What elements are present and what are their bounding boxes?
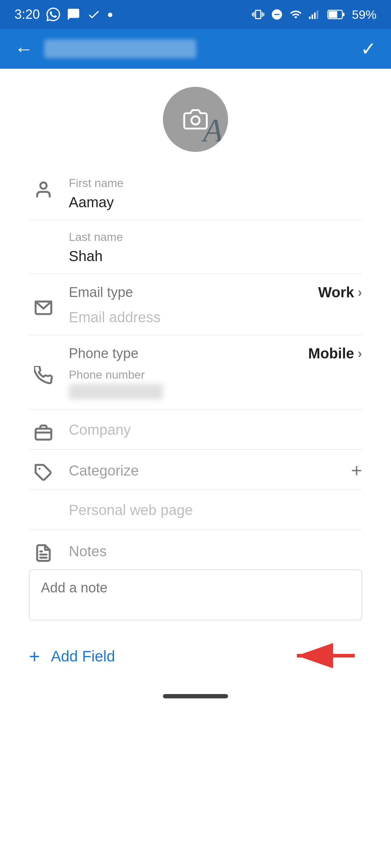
svg-point-7 xyxy=(192,116,200,125)
back-button[interactable]: ← xyxy=(14,38,33,60)
company-row: Company xyxy=(29,409,362,450)
last-name-content: Last name Shah xyxy=(58,230,362,267)
whatsapp-icon xyxy=(46,8,60,21)
email-type-chevron: › xyxy=(358,285,362,300)
notes-textarea[interactable] xyxy=(29,570,362,620)
email-address-field[interactable]: Email address xyxy=(69,307,362,328)
web-page-row: Personal web page xyxy=(29,490,362,530)
svg-rect-5 xyxy=(329,11,337,18)
briefcase-icon xyxy=(29,420,58,442)
web-page-content: Personal web page xyxy=(58,500,362,520)
company-field[interactable]: Company xyxy=(69,420,362,440)
battery-percent: 59% xyxy=(352,8,377,22)
first-name-label: First name xyxy=(69,176,362,190)
tag-icon xyxy=(29,460,58,482)
red-arrow-annotation xyxy=(290,641,362,672)
phone-type-selected: Mobile xyxy=(308,345,354,362)
contact-name-title xyxy=(44,39,196,58)
email-type-content: Email type Work › Email address xyxy=(58,284,362,328)
categorize-row-inner: Categorize + xyxy=(69,460,362,481)
chat-icon xyxy=(67,8,80,21)
company-content: Company xyxy=(58,420,362,440)
save-check-button[interactable]: ✓ xyxy=(361,38,377,60)
svg-rect-6 xyxy=(342,13,344,16)
last-name-row: Last name Shah xyxy=(29,220,362,274)
first-name-row: First name Aamay xyxy=(29,166,362,220)
notes-icon xyxy=(29,540,58,562)
email-type-value-row[interactable]: Work › xyxy=(318,284,362,301)
first-name-value[interactable]: Aamay xyxy=(69,192,362,213)
signal-icon xyxy=(308,8,321,21)
notes-label-area: Notes xyxy=(58,543,107,559)
phone-type-label: Phone type xyxy=(69,346,138,361)
check-icon xyxy=(87,8,101,21)
last-name-label: Last name xyxy=(69,230,362,244)
categorize-content: Categorize + xyxy=(58,460,362,481)
email-icon xyxy=(29,295,58,317)
svg-rect-10 xyxy=(35,429,51,439)
phone-type-selector-row[interactable]: Phone type Mobile › xyxy=(69,345,362,362)
phone-type-content: Phone type Mobile › Phone number xyxy=(58,345,362,402)
phone-type-value-row[interactable]: Mobile › xyxy=(308,345,362,362)
svg-point-8 xyxy=(40,183,46,189)
categorize-plus-icon[interactable]: + xyxy=(351,460,362,481)
person-icon xyxy=(29,176,58,199)
phone-number-label: Phone number xyxy=(69,368,145,381)
top-bar-title-area xyxy=(44,39,361,58)
form-section: First name Aamay Last name Shah Email ty… xyxy=(0,166,391,620)
avatar[interactable]: A xyxy=(163,87,228,152)
svg-rect-0 xyxy=(309,17,310,19)
notes-row: Notes xyxy=(29,530,362,620)
svg-rect-3 xyxy=(317,10,318,19)
categorize-label[interactable]: Categorize xyxy=(69,460,139,481)
dnd-icon xyxy=(271,8,283,21)
email-type-selected: Work xyxy=(318,284,354,301)
svg-rect-2 xyxy=(314,12,316,19)
notes-label: Notes xyxy=(69,543,107,559)
top-app-bar: ← ✓ xyxy=(0,29,391,69)
categorize-row: Categorize + xyxy=(29,450,362,490)
avatar-area: A xyxy=(0,69,391,166)
avatar-letter: A xyxy=(203,112,223,149)
add-field-row[interactable]: + Add Field xyxy=(0,631,391,682)
bottom-home-indicator xyxy=(163,694,228,698)
phone-number-blurred xyxy=(69,384,163,400)
web-page-field[interactable]: Personal web page xyxy=(69,500,362,520)
wifi-icon xyxy=(290,8,302,21)
email-type-selector-row[interactable]: Email type Work › xyxy=(69,284,362,301)
add-field-label: Add Field xyxy=(51,648,115,665)
email-type-label: Email type xyxy=(69,285,133,300)
battery-icon xyxy=(327,8,345,21)
last-name-value[interactable]: Shah xyxy=(69,246,362,267)
email-type-row: Email type Work › Email address xyxy=(29,274,362,335)
first-name-content: First name Aamay xyxy=(58,176,362,213)
add-field-plus-icon: + xyxy=(29,646,40,667)
phone-type-chevron: › xyxy=(358,346,362,361)
svg-rect-1 xyxy=(311,14,313,19)
bottom-nav-bar xyxy=(0,689,391,707)
status-bar: 3:20 ● 59% xyxy=(0,0,391,29)
phone-type-row: Phone type Mobile › Phone number xyxy=(29,335,362,409)
phone-icon xyxy=(29,362,58,385)
vibrate-icon xyxy=(252,8,264,21)
time-label: 3:20 xyxy=(14,7,40,22)
